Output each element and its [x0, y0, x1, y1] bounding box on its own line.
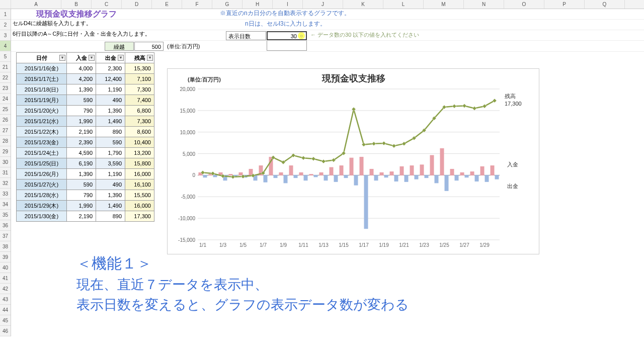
row-header-43[interactable]: 43: [0, 294, 11, 305]
row-header-31[interactable]: 31: [0, 167, 11, 178]
col-header-K[interactable]: K: [343, 0, 383, 9]
svg-rect-61: [470, 172, 474, 175]
table-row[interactable]: 2015/1/19(月)5904907,400: [17, 95, 154, 106]
svg-rect-49: [350, 158, 353, 175]
svg-text:1/17: 1/17: [359, 242, 369, 248]
row-header-25[interactable]: 25: [0, 104, 11, 115]
row-header-40[interactable]: 40: [0, 262, 11, 273]
svg-text:1/11: 1/11: [298, 242, 308, 248]
row-header-24[interactable]: 24: [0, 94, 11, 104]
table-header[interactable]: 残高▾: [125, 53, 154, 63]
table-header[interactable]: 日付▾: [17, 53, 67, 63]
note-blue-2: n日は、セルI3に入力します。: [245, 20, 326, 28]
table-row[interactable]: 2015/1/26(月)1,3901,19016,000: [17, 169, 154, 179]
row-header-33[interactable]: 33: [0, 189, 11, 199]
row-header-34[interactable]: 34: [0, 199, 11, 210]
row-header-2[interactable]: 2: [0, 20, 11, 30]
row-header-27[interactable]: 27: [0, 125, 11, 136]
svg-rect-54: [400, 166, 404, 175]
col-header-Q[interactable]: Q: [585, 0, 625, 9]
row-header-21[interactable]: 21: [0, 62, 11, 72]
row-header-45[interactable]: 45: [0, 315, 11, 326]
row-header-42[interactable]: 42: [0, 284, 11, 294]
svg-rect-76: [324, 175, 328, 180]
row-header-26[interactable]: 26: [0, 115, 11, 125]
filter-dropdown-icon[interactable]: ▾: [89, 55, 95, 61]
svg-text:15,000: 15,000: [180, 108, 195, 114]
table-row[interactable]: 2015/1/23(金)2,39059010,400: [17, 137, 154, 148]
svg-rect-47: [330, 167, 333, 175]
svg-rect-74: [304, 175, 307, 180]
table-row[interactable]: 2015/1/17(土)4,20012,4007,100: [17, 74, 154, 84]
row-header-23[interactable]: 23: [0, 83, 11, 94]
table-row[interactable]: 2015/1/30(金)2,19089017,300: [17, 211, 154, 222]
filter-dropdown-icon[interactable]: ▾: [147, 55, 153, 61]
table-header[interactable]: 出金▾: [96, 53, 125, 63]
cell-i4[interactable]: [267, 41, 307, 51]
table-row[interactable]: 2015/1/25(日)6,1903,59015,800: [17, 158, 154, 169]
col-header-H[interactable]: H: [243, 0, 273, 9]
note-line-2: セルD4に繰越額を入力します。: [13, 20, 92, 27]
row-header-29[interactable]: 29: [0, 146, 11, 157]
table-row[interactable]: 2015/1/20(火)7901,3906,800: [17, 106, 154, 116]
svg-rect-70: [264, 175, 267, 182]
svg-rect-65: [213, 175, 217, 176]
row-header-38[interactable]: 38: [0, 241, 11, 252]
row-header-4[interactable]: 4: [0, 41, 11, 51]
col-header-F[interactable]: F: [182, 0, 212, 9]
filter-dropdown-icon[interactable]: ▾: [118, 55, 124, 61]
table-row[interactable]: 2015/1/27(火)59049016,100: [17, 179, 154, 190]
svg-rect-89: [455, 175, 458, 180]
col-header-A[interactable]: A: [11, 0, 61, 9]
table-header[interactable]: 入金▾: [67, 53, 96, 63]
svg-text:残高: 残高: [505, 93, 516, 99]
svg-rect-86: [425, 175, 428, 177]
col-header-B[interactable]: B: [61, 0, 92, 9]
row-header-22[interactable]: 22: [0, 72, 11, 83]
row-header-28[interactable]: 28: [0, 136, 11, 146]
svg-rect-43: [289, 166, 293, 175]
display-days-input[interactable]: 30: [267, 31, 307, 40]
row-header-1[interactable]: 1: [0, 9, 11, 20]
table-row[interactable]: 2015/1/21(水)1,9901,4907,300: [17, 116, 154, 127]
svg-rect-39: [249, 169, 253, 175]
col-header-D[interactable]: D: [122, 0, 152, 9]
col-header-M[interactable]: M: [424, 0, 464, 9]
svg-text:20,000: 20,000: [180, 86, 195, 92]
table-row[interactable]: 2015/1/28(水)7901,39015,500: [17, 190, 154, 201]
col-header-N[interactable]: N: [464, 0, 504, 9]
row-header-41[interactable]: 41: [0, 273, 11, 284]
table-row[interactable]: 2015/1/29(木)1,9901,49016,000: [17, 201, 154, 211]
col-header-I[interactable]: I: [273, 0, 303, 9]
col-header-J[interactable]: J: [303, 0, 343, 9]
row-header-37[interactable]: 37: [0, 231, 11, 241]
display-days-label: 表示日数: [226, 31, 266, 40]
col-header-O[interactable]: O: [504, 0, 544, 9]
row-header-44[interactable]: 44: [0, 305, 11, 315]
row-header-32[interactable]: 32: [0, 178, 11, 189]
annotation-line2: 表示日数を変えると、グラフの表示データ数が変わる: [76, 296, 409, 314]
svg-text:1/27: 1/27: [459, 242, 469, 248]
col-header-P[interactable]: P: [544, 0, 585, 9]
row-header-35[interactable]: 35: [0, 210, 11, 220]
col-header-C[interactable]: C: [92, 0, 122, 9]
row-header-36[interactable]: 36: [0, 220, 11, 231]
note-blue-1: ※直近のnカ日分のを自動表示するグラフです。: [220, 9, 350, 18]
row-header-39[interactable]: 39: [0, 252, 11, 262]
carryover-value[interactable]: 500: [134, 42, 164, 51]
table-row[interactable]: 2015/1/22(木)2,1908908,600: [17, 127, 154, 137]
table-row[interactable]: 2015/1/24(土)4,5901,79013,200: [17, 148, 154, 158]
table-row[interactable]: 2015/1/18(日)1,3901,1907,300: [17, 84, 154, 95]
col-header-E[interactable]: E: [152, 0, 182, 9]
table-row[interactable]: 2015/1/16(金)4,0002,30015,300: [17, 63, 154, 74]
row-header-3[interactable]: 3: [0, 30, 11, 41]
row-header-30[interactable]: 30: [0, 157, 11, 167]
row-header-5[interactable]: 5: [0, 51, 11, 62]
svg-rect-77: [334, 175, 338, 182]
svg-rect-71: [274, 175, 277, 177]
row-header-46[interactable]: 46: [0, 326, 11, 336]
filter-dropdown-icon[interactable]: ▾: [59, 55, 65, 61]
unit-label: (単位:百万円): [167, 42, 200, 51]
col-header-L[interactable]: L: [383, 0, 424, 9]
col-header-G[interactable]: G: [212, 0, 243, 9]
